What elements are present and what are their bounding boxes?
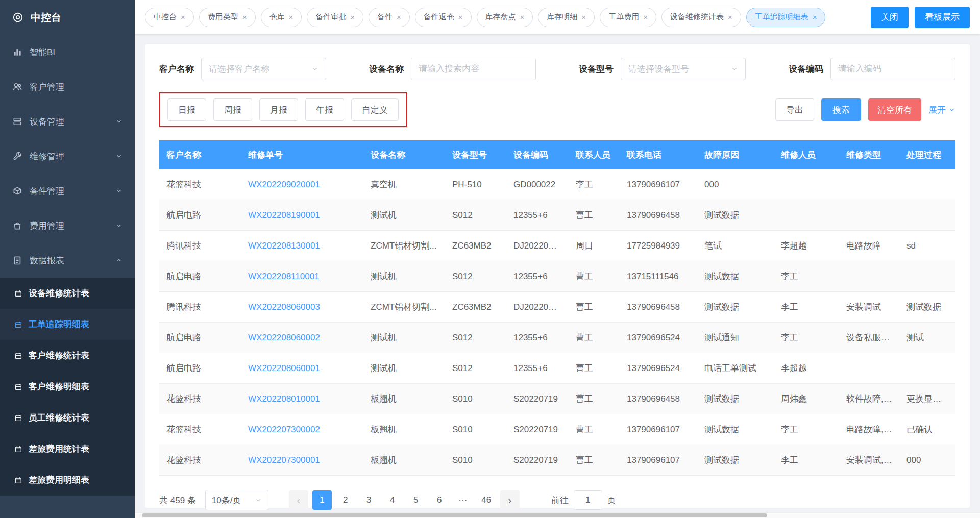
order-number-link[interactable]: WX202208060003 — [248, 302, 320, 312]
column-header[interactable]: 维修人员 — [774, 140, 839, 169]
sidebar-item-customers[interactable]: 客户管理 — [0, 69, 135, 104]
tab-close-icon[interactable]: × — [458, 13, 463, 21]
order-number-link[interactable]: WX202207300001 — [248, 455, 320, 465]
tab-chip[interactable]: 工单费用 × — [600, 8, 656, 27]
sidebar-item-repairs[interactable]: 维修管理 — [0, 139, 135, 174]
order-number-link[interactable]: WX202208190001 — [248, 210, 320, 220]
tab-close-icon[interactable]: × — [581, 13, 586, 21]
page-number-button[interactable]: 4 — [383, 490, 402, 510]
tab-chip[interactable]: 工单追踪明细表 × — [746, 8, 826, 27]
tab-chip[interactable]: 备件 × — [369, 8, 410, 27]
order-number-link[interactable]: WX202207300002 — [248, 425, 320, 434]
wrench-icon — [12, 151, 22, 161]
column-header[interactable]: 维修类型 — [839, 140, 899, 169]
next-page-button[interactable]: › — [500, 490, 520, 510]
column-header[interactable]: 联系人员 — [569, 140, 620, 169]
prev-page-button[interactable]: ‹ — [289, 490, 308, 510]
period-button[interactable]: 年报 — [305, 98, 344, 121]
cell-device-name: 板翘机 — [363, 384, 445, 414]
period-button[interactable]: 月报 — [259, 98, 298, 121]
cell-device-name: 测试机 — [363, 353, 445, 384]
tab-chip[interactable]: 库存明细 × — [538, 8, 595, 27]
page-number-button[interactable]: 3 — [359, 490, 379, 510]
device-model-select[interactable]: 请选择设备型号 — [621, 58, 746, 80]
expand-toggle[interactable]: 展开 — [928, 104, 955, 116]
sidebar-item-reports[interactable]: 数据报表 — [0, 243, 135, 278]
sidebar-item-fees[interactable]: 费用管理 — [0, 208, 135, 243]
tab-chip[interactable]: 设备维修统计表 × — [662, 8, 741, 27]
tab-close-icon[interactable]: × — [813, 13, 817, 21]
sidebar-report-item[interactable]: 差旅费用明细表 — [0, 464, 135, 496]
tab-close-icon[interactable]: × — [520, 13, 525, 21]
column-header[interactable]: 处理过程 — [899, 140, 955, 169]
chevron-down-icon — [115, 153, 122, 160]
tab-chip[interactable]: 费用类型 × — [199, 8, 256, 27]
goto-page-input[interactable] — [574, 490, 602, 510]
order-number-link[interactable]: WX202208060001 — [248, 363, 320, 373]
tab-chip[interactable]: 仓库 × — [261, 8, 302, 27]
tab-close-icon[interactable]: × — [397, 13, 401, 21]
board-display-button[interactable]: 看板展示 — [915, 7, 970, 28]
sidebar-report-item[interactable]: 设备维修统计表 — [0, 278, 135, 309]
period-row: 日报周报月报年报自定义 导出 搜索 清空所有 展开 — [159, 92, 955, 127]
page-number-button[interactable]: 1 — [312, 490, 332, 510]
page-number-button[interactable]: 6 — [430, 490, 449, 510]
device-code-input[interactable] — [830, 58, 955, 80]
column-header[interactable]: 联系电话 — [620, 140, 697, 169]
page-size-select[interactable]: 10条/页 — [205, 490, 268, 510]
period-button[interactable]: 自定义 — [351, 98, 399, 121]
tab-close-icon[interactable]: × — [181, 13, 185, 21]
column-header[interactable]: 故障原因 — [697, 140, 774, 169]
export-button[interactable]: 导出 — [775, 98, 814, 121]
column-header[interactable]: 维修单号 — [241, 140, 363, 169]
page-number-button[interactable]: ··· — [453, 490, 473, 510]
tab-chip[interactable]: 中控台 × — [145, 8, 194, 27]
column-header[interactable]: 设备型号 — [445, 140, 506, 169]
content-card: 客户名称 请选择客户名称 设备名称 设备型号 — [145, 44, 970, 508]
tab-chip[interactable]: 备件返仓 × — [415, 8, 472, 27]
customer-name-select[interactable]: 请选择客户名称 — [201, 58, 326, 80]
horizontal-scrollbar[interactable] — [135, 512, 980, 518]
sidebar-report-item[interactable]: 客户维修明细表 — [0, 371, 135, 402]
tab-close-icon[interactable]: × — [728, 13, 732, 21]
cell-device-name: 测试机 — [363, 323, 445, 353]
sidebar-report-item[interactable]: 客户维修统计表 — [0, 340, 135, 371]
tab-chip[interactable]: 备件审批 × — [307, 8, 363, 27]
page-number-button[interactable]: 46 — [477, 490, 496, 510]
chevron-down-icon — [311, 65, 318, 72]
column-header-label: 客户名称 — [166, 150, 201, 160]
cell-process — [899, 261, 955, 292]
period-button[interactable]: 日报 — [167, 98, 206, 121]
tab-close-icon[interactable]: × — [242, 13, 247, 21]
filter-label: 客户名称 — [159, 63, 194, 75]
column-header[interactable]: 设备编码 — [506, 140, 569, 169]
tab-close-icon[interactable]: × — [643, 13, 648, 21]
order-number-link[interactable]: WX202208060002 — [248, 333, 320, 342]
sidebar-item-bi[interactable]: 智能BI — [0, 35, 135, 69]
close-button[interactable]: 关闭 — [871, 7, 909, 28]
sidebar-item-parts[interactable]: 备件管理 — [0, 174, 135, 208]
page-number-button[interactable]: 2 — [336, 490, 355, 510]
clear-all-button[interactable]: 清空所有 — [868, 98, 921, 121]
scrollbar-thumb[interactable] — [142, 513, 767, 517]
order-number-link[interactable]: WX202209020001 — [248, 180, 320, 189]
device-name-input[interactable] — [411, 58, 536, 80]
tab-chip[interactable]: 库存盘点 × — [477, 8, 533, 27]
page-number-button[interactable]: 5 — [406, 490, 426, 510]
period-button[interactable]: 周报 — [213, 98, 252, 121]
order-number-link[interactable]: WX202208110001 — [248, 272, 320, 281]
order-number-link[interactable]: WX202208130001 — [248, 241, 320, 251]
tab-close-icon[interactable]: × — [289, 13, 293, 21]
order-number-link[interactable]: WX202208010001 — [248, 394, 320, 404]
console-icon — [12, 12, 23, 23]
sidebar-item-devices[interactable]: 设备管理 — [0, 104, 135, 139]
cell-device-model: S010 — [445, 445, 506, 476]
sidebar-report-item[interactable]: 工单追踪明细表 — [0, 309, 135, 340]
search-button[interactable]: 搜索 — [821, 98, 861, 121]
column-header[interactable]: 设备名称 — [363, 140, 445, 169]
cell-contact-person: 曹工 — [569, 323, 620, 353]
sidebar-report-item[interactable]: 员工维修统计表 — [0, 402, 135, 433]
tab-close-icon[interactable]: × — [350, 13, 355, 21]
column-header[interactable]: 客户名称 — [159, 140, 241, 169]
sidebar-report-item[interactable]: 差旅费用统计表 — [0, 433, 135, 464]
